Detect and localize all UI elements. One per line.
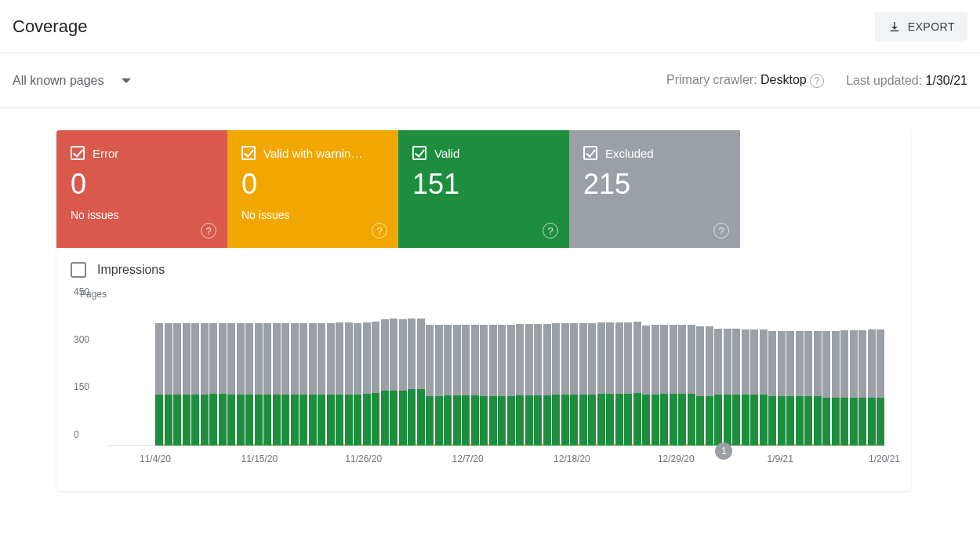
chart-bar [336,322,343,446]
primary-crawler: Primary crawler: Desktop ? [666,73,824,88]
pages-filter-dropdown[interactable]: All known pages [13,74,131,88]
last-updated: Last updated: 1/30/21 [846,74,967,88]
chart-bar [633,322,641,446]
updated-label: Last updated: [846,74,922,87]
stat-valid-value: 151 [412,168,555,201]
chart-bars [155,303,884,446]
checkbox-icon [241,146,256,160]
chart-ytick: 450 [74,286,89,297]
chart-ytick: 300 [74,334,89,345]
chart-bar [543,324,551,446]
stat-excluded-label: Excluded [605,147,654,160]
chevron-down-icon [122,78,131,83]
chart-xtick: 1/20/21 [869,453,900,464]
chart-bar [399,319,407,446]
chart-bar [173,323,181,446]
chart-bar [498,325,506,446]
chart-bar [606,322,614,446]
header-bar: Coverage EXPORT [0,0,980,53]
chart-bar [570,323,578,446]
chart-bar [345,322,353,446]
chart-bar [760,329,768,446]
chart-bar [688,325,695,446]
chart-plot-area[interactable]: 11/4/2011/15/2011/26/2012/7/2012/18/2012… [108,303,884,475]
chart-bar [299,323,307,446]
chart-bar [714,329,722,446]
stat-excluded[interactable]: Excluded 215 ? [569,130,740,248]
stat-warning-value: 0 [241,168,384,201]
chart-bar [435,325,443,446]
chart-bar [588,323,596,446]
chart-bar [426,325,434,446]
stat-warning-label: Valid with warnin… [263,147,362,160]
export-label: EXPORT [908,20,955,33]
help-icon[interactable]: ? [543,223,558,238]
chart-ytick: 150 [74,381,89,392]
help-icon[interactable]: ? [201,223,216,238]
chart-bar [281,323,289,446]
chart-bar [444,325,452,446]
chart-bar [273,323,281,446]
crawler-value: Desktop [760,73,807,86]
chart-annotation-marker[interactable]: 1 [715,442,732,460]
chart-bar [201,323,209,446]
chart-bar [858,330,866,446]
chart-bar [408,318,416,446]
chart-bar [516,324,524,446]
chart-bar [678,325,686,446]
stat-error-sub: No issues [71,209,213,221]
chart-bar [768,331,776,446]
download-icon [887,20,902,34]
chart-bar [597,322,605,446]
chart-bar [489,325,497,446]
checkbox-unchecked-icon [71,262,86,278]
export-button[interactable]: EXPORT [875,12,967,42]
help-icon[interactable]: ? [713,223,729,238]
chart-bar [750,329,758,446]
stat-warning-sub: No issues [241,209,384,221]
chart-bar [868,329,876,446]
chart-bar [219,323,227,446]
stat-valid[interactable]: Valid 151 ? [398,130,569,248]
impressions-label: Impressions [97,263,165,277]
filter-bar: All known pages Primary crawler: Desktop… [0,53,980,108]
help-icon[interactable]: ? [372,223,387,238]
chart-bar [670,325,677,446]
help-icon[interactable]: ? [810,74,824,88]
chart-xtick: 12/7/20 [452,453,484,464]
stat-warning[interactable]: Valid with warnin… 0 No issues ? [227,130,398,248]
chart-bar [507,325,515,446]
chart-bar [209,323,217,446]
chart-xtick: 12/29/20 [658,453,695,464]
chart-bar [327,323,335,446]
chart-bar [615,322,623,446]
chart-ylabel: Pages [80,289,897,300]
chart-bar [471,325,479,446]
pages-filter-label: All known pages [13,74,104,88]
chart-bar [624,322,632,446]
chart-bar [291,323,299,446]
impressions-toggle[interactable]: Impressions [56,248,911,282]
meta-info: Primary crawler: Desktop ? Last updated:… [666,73,967,88]
chart-bar [778,331,786,446]
chart-bar [372,322,379,446]
chart-xtick: 11/26/20 [345,453,382,464]
status-summary-row: Error 0 No issues ? Valid with warnin… 0… [56,130,911,248]
chart-bar [390,318,397,446]
checkbox-icon [412,146,426,160]
chart-bar [724,329,731,446]
chart-bar [786,331,794,446]
chart-bar [309,323,317,446]
page-title: Coverage [13,16,87,37]
chart-bar [183,323,191,446]
checkbox-icon [71,146,85,160]
stat-error[interactable]: Error 0 No issues ? [56,130,227,248]
chart-bar [706,326,713,446]
chart-bar [263,323,271,446]
chart-bar [462,325,470,446]
chart-bar [165,323,172,446]
chart-xtick: 11/4/20 [140,453,171,464]
chart-ytick: 0 [74,429,79,440]
chart-bar [732,329,740,446]
checkbox-icon [583,146,597,160]
